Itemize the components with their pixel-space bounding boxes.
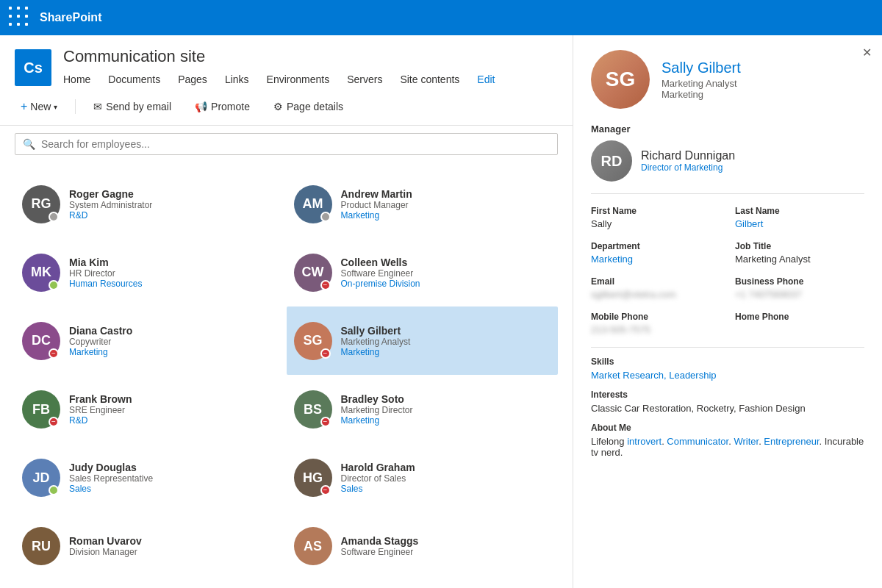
emp-dept: Marketing: [69, 347, 132, 357]
status-dot: [320, 348, 331, 359]
interests-value: Classic Car Restoration, Rocketry, Fashi…: [591, 403, 864, 414]
nav-environments[interactable]: Environments: [258, 71, 339, 88]
business-phone-item: Business Phone +1 7407569037: [735, 276, 864, 300]
new-button[interactable]: + New ▾: [15, 96, 63, 118]
employee-card[interactable]: CW Colleen Wells Software Engineer On-pr…: [287, 238, 559, 306]
app-title: SharePoint: [40, 11, 101, 24]
skills-value: Market Research, Leadership: [591, 370, 864, 381]
emp-title: Software Engineer: [341, 268, 420, 279]
mobile-phone-value: 213-505-7575: [591, 324, 720, 335]
status-dot: [49, 417, 59, 427]
emp-title: Software Engineer: [341, 547, 419, 557]
employee-card[interactable]: FB Frank Brown SRE Engineer R&D: [15, 375, 287, 443]
new-label: New: [30, 101, 51, 112]
employee-card[interactable]: DC Diana Castro Copywriter Marketing: [15, 306, 287, 375]
manager-card[interactable]: RD Richard Dunnigan Director of Marketin…: [591, 140, 864, 182]
site-header: Cs Communication site Home Documents Pag…: [0, 35, 573, 88]
employee-card[interactable]: SG Sally Gilbert Marketing Analyst Marke…: [287, 306, 559, 375]
status-dot: [49, 280, 59, 290]
profile-avatar: SG: [591, 50, 650, 109]
emp-title: Copywriter: [69, 337, 132, 347]
app-launcher[interactable]: [9, 7, 31, 29]
emp-name: Judy Douglas: [69, 462, 153, 473]
about-label: About Me: [591, 423, 864, 433]
manager-label: Manager: [591, 123, 864, 135]
emp-info: Diana Castro Copywriter Marketing: [69, 325, 132, 357]
about-link-introvert[interactable]: introvert: [627, 436, 662, 447]
avatar-wrap: FB: [22, 390, 60, 429]
emp-title: SRE Engineer: [69, 405, 132, 415]
status-dot: [320, 485, 331, 495]
profile-job-title: Marketing Analyst: [662, 78, 741, 89]
interests-label: Interests: [591, 390, 864, 400]
employee-card[interactable]: JD Judy Douglas Sales Representative Sal…: [15, 444, 287, 512]
nav-home[interactable]: Home: [63, 71, 99, 88]
nav-servers[interactable]: Servers: [338, 71, 391, 88]
emp-dept: Human Resources: [69, 279, 142, 289]
nav-edit[interactable]: Edit: [468, 71, 503, 88]
about-value: Lifelong introvert. Communicator. Writer…: [591, 436, 864, 458]
emp-info: Colleen Wells Software Engineer On-premi…: [341, 257, 420, 289]
about-link-entrepreneur[interactable]: Entrepreneur: [764, 436, 819, 447]
about-link-communicator[interactable]: Communicator: [667, 436, 728, 447]
status-dot: [49, 348, 59, 359]
status-dot: [320, 212, 331, 222]
business-phone-label: Business Phone: [735, 276, 864, 287]
site-nav: Home Documents Pages Links Environments …: [63, 71, 503, 88]
manager-avatar: RD: [591, 140, 632, 182]
interests-section: Interests Classic Car Restoration, Rocke…: [591, 390, 864, 414]
avatar-wrap: RG: [22, 185, 60, 223]
nav-site-contents[interactable]: Site contents: [391, 71, 468, 88]
employee-card[interactable]: AM Andrew Martin Product Manager Marketi…: [287, 170, 559, 238]
emp-info: Harold Graham Director of Sales Sales: [341, 462, 415, 494]
emp-name: Sally Gilbert: [341, 325, 411, 337]
close-button[interactable]: ✕: [862, 46, 872, 60]
employee-card[interactable]: MK Mia Kim HR Director Human Resources: [15, 238, 287, 306]
profile-department: Marketing: [662, 89, 741, 100]
emp-title: HR Director: [69, 268, 142, 279]
toolbar-separator: [75, 99, 76, 114]
page-details-button[interactable]: ⚙ Page details: [268, 96, 349, 117]
department-item: Department Marketing: [591, 241, 720, 265]
first-name-label: First Name: [591, 206, 720, 216]
business-phone-value: +1 7407569037: [735, 289, 864, 300]
emp-name: Roger Gagne: [69, 188, 152, 200]
skills-label: Skills: [591, 356, 864, 367]
emp-dept: On-premise Division: [341, 279, 420, 289]
avatar-wrap: AS: [294, 527, 332, 565]
about-link-writer[interactable]: Writer: [734, 436, 759, 447]
emp-title: Marketing Analyst: [341, 337, 411, 347]
employee-card[interactable]: BS Bradley Soto Marketing Director Marke…: [287, 375, 559, 443]
nav-links[interactable]: Links: [216, 71, 258, 88]
right-panel: ✕ SG Sally Gilbert Marketing Analyst Mar…: [573, 35, 882, 588]
employee-card[interactable]: AS Amanda Staggs Software Engineer: [287, 512, 559, 581]
emp-title: Sales Representative: [69, 473, 153, 484]
send-email-button[interactable]: ✉ Send by email: [87, 96, 177, 117]
page-details-label: Page details: [287, 101, 343, 112]
promote-button[interactable]: 📢 Promote: [189, 96, 256, 117]
avatar-wrap: DC: [22, 322, 60, 360]
employee-card[interactable]: RU Roman Uvarov Division Manager: [15, 512, 287, 581]
avatar: AS: [294, 527, 332, 565]
avatar-wrap: JD: [22, 459, 60, 497]
profile-name: Sally Gilbert: [662, 60, 741, 76]
nav-documents[interactable]: Documents: [99, 71, 169, 88]
emp-title: Marketing Director: [341, 405, 413, 415]
emp-dept: R&D: [69, 415, 132, 426]
status-dot: [320, 280, 331, 290]
mobile-phone-item: Mobile Phone 213-505-7575: [591, 312, 720, 335]
emp-info: Roman Uvarov Division Manager: [69, 535, 142, 557]
avatar-wrap: BS: [294, 390, 332, 429]
emp-dept: Marketing: [341, 347, 411, 357]
nav-pages[interactable]: Pages: [169, 71, 216, 88]
details-grid: First Name Sally Last Name Gilbert Depar…: [591, 193, 864, 335]
employee-card[interactable]: RG Roger Gagne System Administrator R&D: [15, 170, 287, 238]
search-input[interactable]: [41, 138, 550, 150]
search-bar: 🔍: [15, 133, 558, 155]
emp-info: Judy Douglas Sales Representative Sales: [69, 462, 153, 494]
avatar: RU: [22, 527, 60, 565]
status-dot: [49, 212, 59, 222]
employee-card[interactable]: HG Harold Graham Director of Sales Sales: [287, 444, 559, 512]
about-section: About Me Lifelong introvert. Communicato…: [591, 423, 864, 458]
emp-name: Bradley Soto: [341, 393, 413, 405]
